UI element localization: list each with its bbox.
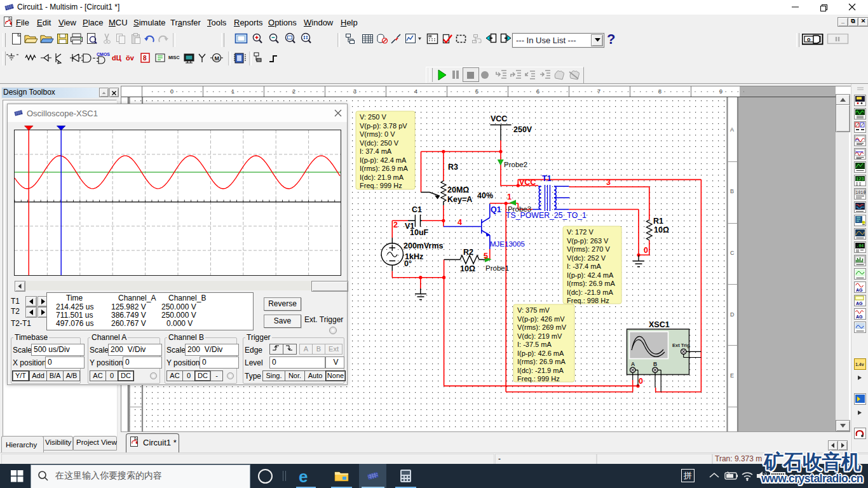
svg-text:3: 3 xyxy=(606,178,611,187)
svg-text:I(rms): 26.9 mA: I(rms): 26.9 mA xyxy=(360,165,408,172)
svg-text:V(rms): 0 V: V(rms): 0 V xyxy=(360,130,395,138)
svg-text:R1: R1 xyxy=(653,217,663,226)
svg-text:VCC: VCC xyxy=(491,114,507,123)
svg-text:C1: C1 xyxy=(412,205,422,214)
svg-text:B: B xyxy=(730,188,734,194)
svg-text:I(rms): 26.9 mA: I(rms): 26.9 mA xyxy=(567,280,615,287)
svg-text:I(rms): 26.9 mA: I(rms): 26.9 mA xyxy=(517,358,566,365)
svg-text:Probe1: Probe1 xyxy=(485,264,509,272)
svg-text:C: C xyxy=(730,250,735,256)
svg-text:TS_POWER_25_TO_1: TS_POWER_25_TO_1 xyxy=(506,211,587,220)
svg-text:V(p-p): 263 V: V(p-p): 263 V xyxy=(567,237,609,245)
svg-text:Probe2: Probe2 xyxy=(504,161,527,168)
svg-text:I(dc): 21.9 mA: I(dc): 21.9 mA xyxy=(360,173,404,181)
svg-text:MJE13005: MJE13005 xyxy=(490,240,525,248)
svg-text:I(p-p): 42.4 mA: I(p-p): 42.4 mA xyxy=(360,156,407,164)
svg-text:V(rms): 270 V: V(rms): 270 V xyxy=(567,245,611,253)
svg-text:AG: AG xyxy=(856,315,863,319)
svg-text:Freq.: 999 Hz: Freq.: 999 Hz xyxy=(517,375,560,383)
svg-text:10uF: 10uF xyxy=(410,228,429,237)
svg-text:A: A xyxy=(730,126,734,133)
svg-text:B: B xyxy=(653,361,657,367)
svg-text:E: E xyxy=(730,372,734,379)
svg-text:V: 375 mV: V: 375 mV xyxy=(517,306,550,314)
svg-text:250V: 250V xyxy=(513,125,532,134)
svg-text:V(dc): 252 V: V(dc): 252 V xyxy=(567,254,606,262)
svg-text:1: 1 xyxy=(507,193,512,201)
svg-text:.04: .04 xyxy=(857,244,864,248)
svg-text:AG: AG xyxy=(856,288,863,292)
svg-text:V(rms): 269 mV: V(rms): 269 mV xyxy=(517,323,567,331)
svg-text:I(dc): -21.9 mA: I(dc): -21.9 mA xyxy=(567,288,613,296)
svg-text:XSC1: XSC1 xyxy=(649,320,670,329)
svg-text:Freq.: 998 Hz: Freq.: 998 Hz xyxy=(567,297,609,304)
svg-text:M: M xyxy=(215,55,220,62)
svg-text:V(p-p): 3.78 pV: V(p-p): 3.78 pV xyxy=(360,122,407,130)
svg-text:I(dc): -21.9 mA: I(dc): -21.9 mA xyxy=(517,367,564,374)
svg-text:R2: R2 xyxy=(463,248,473,257)
svg-text:Key=A: Key=A xyxy=(447,195,472,204)
svg-text:VCC: VCC xyxy=(519,178,536,187)
svg-text:CMOS: CMOS xyxy=(97,52,110,57)
svg-text:o: o xyxy=(807,36,811,43)
svg-text:0°: 0° xyxy=(404,259,412,268)
svg-text:MISC: MISC xyxy=(168,55,180,60)
svg-text:AG: AG xyxy=(856,301,863,306)
svg-text:8: 8 xyxy=(143,55,147,62)
svg-text:A: A xyxy=(631,361,635,367)
svg-text:R3: R3 xyxy=(448,163,458,172)
svg-text:123: 123 xyxy=(856,177,864,182)
svg-text:D: D xyxy=(730,311,735,318)
svg-text:20MΩ: 20MΩ xyxy=(447,186,469,194)
svg-text:5: 5 xyxy=(484,252,488,261)
svg-text:10Ω: 10Ω xyxy=(460,264,475,273)
svg-text:I: -37.5 mA: I: -37.5 mA xyxy=(517,341,552,348)
svg-text:öv: öv xyxy=(126,54,135,62)
svg-text:Freq.: 999 Hz: Freq.: 999 Hz xyxy=(360,182,402,189)
svg-text:dЦ: dЦ xyxy=(112,54,121,62)
svg-text:Q1: Q1 xyxy=(491,205,501,214)
svg-text:V(p-p): 426 mV: V(p-p): 426 mV xyxy=(517,315,565,323)
svg-text:I: 37.4 mA: I: 37.4 mA xyxy=(360,147,392,155)
svg-text:40%: 40% xyxy=(477,191,493,200)
svg-text:0: 0 xyxy=(639,377,643,386)
svg-text:1010: 1010 xyxy=(856,191,866,195)
svg-text:I(p-p): 42.6 mA: I(p-p): 42.6 mA xyxy=(517,349,564,357)
svg-text:Ext Trig: Ext Trig xyxy=(672,342,690,348)
svg-text:200mVrms: 200mVrms xyxy=(403,241,444,250)
svg-text:V(dc): 250 V: V(dc): 250 V xyxy=(360,139,399,147)
svg-text:V: 172 V: V: 172 V xyxy=(567,228,593,236)
svg-text:2: 2 xyxy=(393,220,398,229)
svg-text:0: 0 xyxy=(644,246,648,255)
svg-text:4: 4 xyxy=(458,218,462,227)
svg-text:1.4v: 1.4v xyxy=(855,362,864,367)
svg-text:10Ω: 10Ω xyxy=(654,226,669,234)
svg-text:V(dc): 219 mV: V(dc): 219 mV xyxy=(517,332,562,340)
svg-text:T1: T1 xyxy=(542,174,552,183)
svg-text:V: 250 V: V: 250 V xyxy=(360,113,386,121)
svg-text:I: -37.4 mA: I: -37.4 mA xyxy=(567,262,601,270)
svg-text:I(p-p): 42.4 mA: I(p-p): 42.4 mA xyxy=(567,271,614,279)
